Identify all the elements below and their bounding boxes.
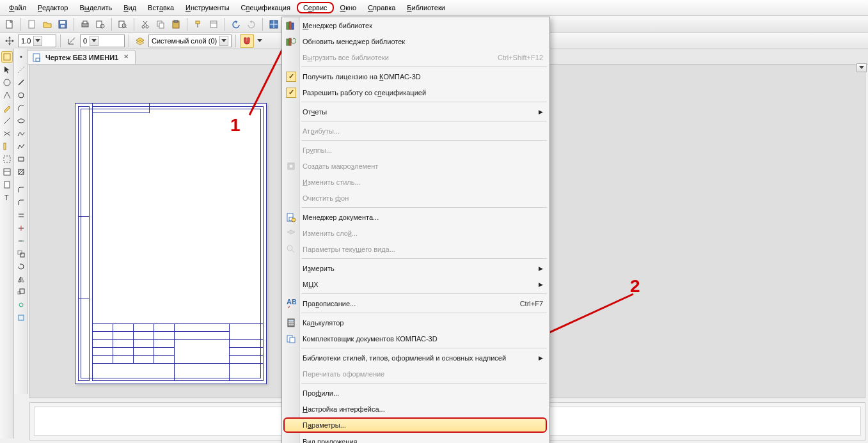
- menu-select[interactable]: Выделить: [74, 2, 117, 13]
- menu-item-параметры[interactable]: Параметры...: [283, 417, 547, 433]
- menu-insert[interactable]: Вставка: [143, 2, 179, 13]
- move-xy-icon[interactable]: [3, 34, 17, 48]
- ellipse-icon[interactable]: [15, 115, 27, 127]
- symbols-icon[interactable]: [1, 89, 13, 101]
- extend-icon[interactable]: [15, 235, 27, 247]
- menu-item-библиотеки-стилей-типов-оформлений-и-осн[interactable]: Библиотеки стилей, типов, оформлений и о…: [282, 350, 549, 366]
- magnet-dropdown-icon[interactable]: [255, 34, 264, 48]
- menu-item-менеджер-библиотек[interactable]: Менеджер библиотек: [282, 17, 549, 33]
- circle-tool-icon[interactable]: [15, 89, 27, 101]
- mirror-icon[interactable]: [15, 274, 27, 285]
- tool-misc-a-icon[interactable]: [15, 299, 27, 311]
- chevron-down-icon[interactable]: [219, 36, 228, 46]
- chevron-down-icon[interactable]: [33, 36, 42, 46]
- blue-grid-icon[interactable]: [267, 17, 281, 31]
- layer-label: Системный слой (0): [152, 37, 217, 45]
- copy-tool-icon[interactable]: [15, 248, 27, 260]
- books-icon: [285, 19, 297, 32]
- menu-item-обновить-менеджер-библиотек[interactable]: Обновить менеджер библиотек: [282, 33, 549, 49]
- magnet-icon[interactable]: [240, 34, 254, 48]
- fillet-icon[interactable]: [15, 184, 27, 196]
- menu-item-отчеты[interactable]: Отчеты▶: [282, 104, 549, 120]
- new-doc-icon[interactable]: [25, 17, 39, 31]
- spline-icon[interactable]: [15, 128, 27, 139]
- properties-icon[interactable]: [207, 17, 221, 31]
- tool-misc-b-icon[interactable]: [15, 312, 27, 323]
- menu-spec[interactable]: Спецификация: [236, 2, 296, 13]
- workspace-dropdown-icon[interactable]: [856, 63, 867, 72]
- menu-item-правописание[interactable]: ABCПравописание...Ctrl+F7: [282, 295, 549, 311]
- menu-separator: [301, 121, 547, 121]
- new-page-icon[interactable]: [3, 17, 17, 31]
- reports-icon[interactable]: [1, 179, 13, 190]
- menu-item-измерить[interactable]: Измерить▶: [282, 260, 549, 276]
- pencil-icon[interactable]: [1, 102, 13, 114]
- menu-item-менеджер-документа[interactable]: Менеджер документа...: [282, 209, 549, 225]
- menu-editor[interactable]: Редактор: [33, 2, 73, 13]
- point-icon[interactable]: [15, 51, 27, 63]
- svg-point-12: [142, 26, 145, 28]
- chamfer-icon[interactable]: [15, 197, 27, 208]
- format-painter-icon[interactable]: [191, 17, 205, 31]
- dimension-icon[interactable]: [1, 77, 13, 88]
- menu-item-label: Менеджер документа...: [303, 214, 379, 221]
- geometry-tab-icon[interactable]: [1, 51, 13, 63]
- copy-icon[interactable]: [154, 17, 168, 31]
- menu-item-профили[interactable]: Профили...: [282, 385, 549, 401]
- menu-item-комплектовщик-документов-компас-3d[interactable]: Комплектовщик документов КОМПАС-3D: [282, 330, 549, 346]
- hatch-icon[interactable]: [15, 166, 27, 178]
- layer-edit-icon: [285, 227, 297, 240]
- paste-icon[interactable]: [169, 17, 183, 31]
- separator: [134, 18, 134, 31]
- scale-icon[interactable]: [15, 286, 27, 298]
- menu-tools[interactable]: Инструменты: [180, 2, 235, 13]
- menu-item-получить-лицензию-на-компас-3d[interactable]: ✓Получить лицензию на КОМПАС-3D: [282, 68, 549, 84]
- menu-file[interactable]: Файл: [4, 2, 31, 13]
- menu-item-вид-приложения[interactable]: Вид приложения...: [282, 433, 549, 443]
- segment-icon[interactable]: [15, 77, 27, 88]
- rect-tool-icon[interactable]: [15, 153, 27, 165]
- menu-view[interactable]: Вид: [118, 2, 141, 13]
- measure-icon[interactable]: [1, 141, 13, 152]
- undo-icon[interactable]: [229, 17, 243, 31]
- cursor-tool-icon[interactable]: [1, 64, 13, 75]
- cut-icon[interactable]: [138, 17, 152, 31]
- aux-line-icon[interactable]: [15, 64, 27, 75]
- offset-icon[interactable]: [15, 210, 27, 221]
- select-icon[interactable]: [1, 153, 13, 165]
- print-preview-icon[interactable]: [93, 17, 107, 31]
- menu-item-калькулятор[interactable]: Калькулятор: [282, 315, 549, 330]
- menu-item-мцх[interactable]: МЦХ▶: [282, 276, 549, 292]
- menu-window[interactable]: Окно: [335, 2, 362, 13]
- insert-icon[interactable]: T: [1, 192, 13, 203]
- edit-icon[interactable]: [1, 115, 13, 127]
- document-tab[interactable]: Чертеж БЕЗ ИМЕНИ1 ✕: [27, 50, 136, 64]
- svg-rect-22: [210, 21, 217, 27]
- rotate-icon[interactable]: [15, 261, 27, 272]
- menu-item-настройка-интерфейса[interactable]: Настройка интерфейса...: [282, 401, 549, 417]
- print-icon[interactable]: [78, 17, 92, 31]
- arc-icon[interactable]: [15, 102, 27, 114]
- menu-help[interactable]: Справка: [363, 2, 400, 13]
- chevron-down-icon[interactable]: [90, 36, 99, 46]
- layers-icon[interactable]: [133, 34, 147, 48]
- save-icon[interactable]: [56, 17, 70, 31]
- close-icon[interactable]: ✕: [122, 54, 130, 61]
- param-icon[interactable]: [1, 128, 13, 139]
- spec-icon[interactable]: [1, 166, 13, 178]
- inspect-icon[interactable]: [116, 17, 130, 31]
- menu-item-выгрузить-все-библиотеки: Выгрузить все библиотекиCtrl+Shift+F12: [282, 49, 549, 65]
- layer-select[interactable]: Системный слой (0): [148, 35, 232, 47]
- coord-input[interactable]: 0: [80, 35, 125, 47]
- svg-rect-54: [19, 157, 24, 161]
- trim-icon[interactable]: [15, 222, 27, 234]
- cursor-xy-icon[interactable]: [65, 34, 79, 48]
- svg-rect-74: [287, 39, 288, 45]
- polyline-icon[interactable]: [15, 141, 27, 152]
- menu-libraries[interactable]: Библиотеки: [402, 2, 450, 13]
- step-input[interactable]: 1.0: [18, 35, 56, 47]
- redo-icon[interactable]: [244, 17, 258, 31]
- menu-item-разрешить-работу-со-спецификацией[interactable]: ✓Разрешить работу со спецификацией: [282, 84, 549, 100]
- open-icon[interactable]: [40, 17, 54, 31]
- menu-service[interactable]: Сервис: [297, 2, 334, 13]
